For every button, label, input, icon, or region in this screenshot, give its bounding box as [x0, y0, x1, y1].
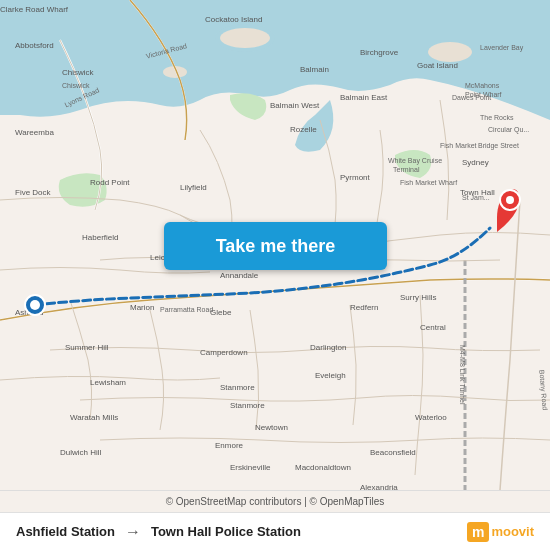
waratah-label: Waratah Mills	[70, 413, 118, 422]
footer-arrow: →	[125, 523, 141, 541]
beaconsfield-label: Beaconsfield	[370, 448, 416, 457]
m4m8-label: M4-M8 Link Tunnel	[459, 345, 466, 405]
moovit-logo: m moovit	[467, 522, 534, 542]
goat-island-label: Goat Island	[417, 61, 458, 70]
waterloo-label: Waterloo	[415, 413, 447, 422]
sydney-label: Sydney	[462, 158, 489, 167]
parramatta-label: Parramatta Road	[160, 306, 213, 313]
newtown-label: Newtown	[255, 423, 288, 432]
central-label: Central	[420, 323, 446, 332]
haberfield-label: Haberfield	[82, 233, 118, 242]
alexandria-label: Alexandria	[360, 483, 398, 490]
whitebay-label: White Bay Cruise	[388, 157, 442, 165]
enmore-label: Enmore	[215, 441, 244, 450]
annandale-label: Annandale	[220, 271, 259, 280]
therocks-label: The Rocks	[480, 114, 514, 121]
map-container: Abbotsford Chiswick Chiswick Wareemba Fi…	[0, 0, 550, 490]
lavenderbay-label: Lavender Bay	[480, 44, 524, 52]
rodd-label: Rodd Point	[90, 178, 130, 187]
svg-point-6	[30, 300, 40, 310]
attribution-text: © OpenStreetMap contributors | © OpenMap…	[166, 496, 385, 507]
darlington-label: Darlington	[310, 343, 346, 352]
fivedock-label: Five Dock	[15, 188, 52, 197]
cockatoo-label: Cockatoo Island	[205, 15, 262, 24]
stanmore-label: Stanmore	[220, 383, 255, 392]
lilyfield-label: Lilyfield	[180, 183, 207, 192]
svg-point-4	[428, 42, 472, 62]
clarkeroad-label: Clarke Road Wharf	[0, 5, 69, 14]
balmainwest-label: Balmain West	[270, 101, 320, 110]
footer: Ashfield Station → Town Hall Police Stat…	[0, 512, 550, 550]
redfern-label: Redfern	[350, 303, 378, 312]
balmaineast-label: Balmain East	[340, 93, 388, 102]
svg-point-2	[220, 28, 270, 48]
moovit-text: moovit	[491, 524, 534, 539]
erskineville-label: Erskineville	[230, 463, 271, 472]
mcmahons-label: McMahons	[465, 82, 500, 89]
lewisham-label: Lewisham	[90, 378, 126, 387]
moovit-m-badge: m	[467, 522, 489, 542]
chiswick-label: Chiswick	[62, 68, 95, 77]
balmain-label: Balmain	[300, 65, 329, 74]
circularquay-label: Circular Qu...	[488, 126, 529, 134]
stanmore2-label: Stanmore	[230, 401, 265, 410]
take-me-there-button[interactable]: Take me there	[164, 222, 387, 270]
rozelle-label: Rozelle	[290, 125, 317, 134]
abbotsford-label: Abbotsford	[15, 41, 54, 50]
attribution-bar: © OpenStreetMap contributors | © OpenMap…	[0, 490, 550, 512]
macdonaldtown-label: Macdonaldtown	[295, 463, 351, 472]
fishmktwarf-label: Fish Market Wharf	[400, 179, 457, 186]
mcmahons2-label: Point Wharf	[465, 91, 502, 98]
eveleigh-label: Eveleigh	[315, 371, 346, 380]
fishmkt-label: Fish Market	[440, 142, 477, 149]
summerhill-label: Summer Hill	[65, 343, 109, 352]
stjames-label: St Jam...	[462, 194, 490, 201]
pyrmont-label: Pyrmont	[340, 173, 371, 182]
bridgest-label: Bridge Street	[478, 142, 519, 150]
birchgrove-label: Birchgrove	[360, 48, 399, 57]
whitebay2-label: Terminal	[393, 166, 420, 173]
wareemba-label: Wareemba	[15, 128, 54, 137]
surryhills-label: Surry Hills	[400, 293, 436, 302]
svg-point-8	[506, 196, 514, 204]
footer-to: Town Hall Police Station	[151, 524, 301, 539]
footer-from: Ashfield Station	[16, 524, 115, 539]
chiswick2-label: Chiswick	[62, 82, 90, 89]
camperdown-label: Camperdown	[200, 348, 248, 357]
marrickville-label: Marion	[130, 303, 154, 312]
dulwich-label: Dulwich Hill	[60, 448, 102, 457]
